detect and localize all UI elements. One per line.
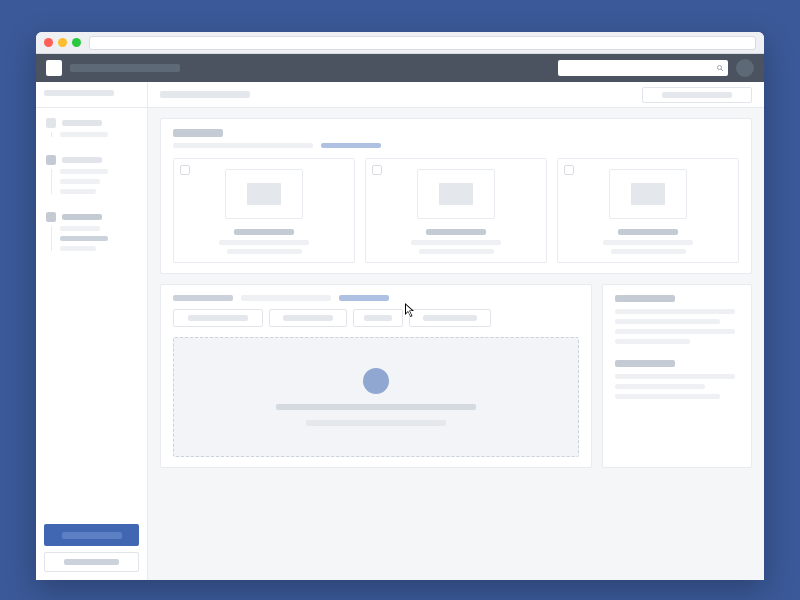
window-controls [44, 38, 81, 47]
card-thumbnail [417, 169, 495, 219]
nav-group-2-header[interactable] [46, 155, 141, 165]
card-line [419, 249, 494, 254]
main-header [148, 82, 764, 108]
secondary-action-button[interactable] [44, 552, 139, 572]
browser-window [36, 32, 764, 580]
primary-action-button[interactable] [44, 524, 139, 546]
lower-row [160, 284, 752, 468]
breadcrumb [160, 91, 250, 98]
side-text-line [615, 374, 735, 379]
nav-group-1 [46, 118, 141, 137]
nav-item[interactable] [60, 189, 96, 194]
side-text-line [615, 309, 735, 314]
cards-panel-subtitle-link[interactable] [321, 143, 381, 148]
search-input[interactable] [558, 60, 728, 76]
card-checkbox[interactable] [564, 165, 574, 175]
nav-group-3-header[interactable] [46, 212, 141, 222]
card-item[interactable] [173, 158, 355, 263]
nav-group-2-label [62, 157, 102, 163]
filter-label [283, 315, 333, 321]
dropzone-text-2 [306, 420, 446, 426]
browser-titlebar [36, 32, 764, 54]
side-block-title [615, 295, 675, 302]
cards-panel-title [173, 129, 223, 137]
upload-icon [363, 368, 389, 394]
side-text-line [615, 329, 735, 334]
filter-dropdown[interactable] [353, 309, 403, 327]
nav-item[interactable] [60, 132, 108, 137]
header-action-label [662, 92, 732, 98]
side-info-panel [602, 284, 752, 468]
sidebar-footer [36, 516, 147, 580]
folder-icon [46, 155, 56, 165]
image-placeholder-icon [247, 183, 281, 205]
nav-group-3-label [62, 214, 102, 220]
app-body [36, 82, 764, 580]
side-text-line [615, 319, 720, 324]
filter-dropdown[interactable] [269, 309, 347, 327]
upload-panel [160, 284, 592, 468]
card-line [219, 240, 309, 245]
header-action-button[interactable] [642, 87, 752, 103]
filter-label [364, 315, 392, 321]
sidebar-nav [36, 108, 147, 516]
card-line [603, 240, 693, 245]
dropzone-text-1 [276, 404, 476, 410]
side-text-line [615, 339, 690, 344]
upload-panel-tabs [173, 295, 579, 301]
card-item[interactable] [365, 158, 547, 263]
app-title [70, 64, 180, 72]
card-list [173, 158, 739, 263]
card-thumbnail [609, 169, 687, 219]
nav-item[interactable] [60, 169, 108, 174]
app-logo[interactable] [46, 60, 62, 76]
card-line [227, 249, 302, 254]
card-thumbnail [225, 169, 303, 219]
filter-row [173, 309, 579, 327]
svg-point-0 [718, 66, 722, 70]
card-item[interactable] [557, 158, 739, 263]
filter-dropdown[interactable] [173, 309, 263, 327]
maximize-window-button[interactable] [72, 38, 81, 47]
card-line [411, 240, 501, 245]
search-icon [716, 64, 724, 72]
secondary-action-label [64, 559, 119, 565]
folder-icon [46, 212, 56, 222]
sidebar [36, 82, 148, 580]
card-checkbox[interactable] [372, 165, 382, 175]
side-text-line [615, 394, 720, 399]
sidebar-header [36, 82, 147, 108]
nav-item[interactable] [60, 179, 100, 184]
main-content [148, 108, 764, 478]
nav-group-3 [46, 212, 141, 251]
file-dropzone[interactable] [173, 337, 579, 457]
tab-active[interactable] [339, 295, 389, 301]
nav-item[interactable] [60, 226, 100, 231]
upload-panel-title [173, 295, 233, 301]
minimize-window-button[interactable] [58, 38, 67, 47]
app-topnav [36, 54, 764, 82]
user-avatar[interactable] [736, 59, 754, 77]
side-block-title [615, 360, 675, 367]
folder-icon [46, 118, 56, 128]
card-title [234, 229, 294, 235]
main-column [148, 82, 764, 580]
card-checkbox[interactable] [180, 165, 190, 175]
close-window-button[interactable] [44, 38, 53, 47]
sidebar-header-label [44, 90, 114, 96]
svg-line-1 [721, 69, 723, 71]
nav-item[interactable] [60, 246, 96, 251]
filter-label [188, 315, 248, 321]
nav-group-1-header[interactable] [46, 118, 141, 128]
nav-group-1-label [62, 120, 102, 126]
card-title [618, 229, 678, 235]
nav-item-active[interactable] [60, 236, 108, 241]
card-title [426, 229, 486, 235]
filter-dropdown[interactable] [409, 309, 491, 327]
tab[interactable] [241, 295, 331, 301]
nav-group-2 [46, 155, 141, 194]
primary-action-label [62, 532, 122, 539]
side-text-line [615, 384, 705, 389]
address-bar[interactable] [89, 36, 756, 50]
filter-label [423, 315, 477, 321]
